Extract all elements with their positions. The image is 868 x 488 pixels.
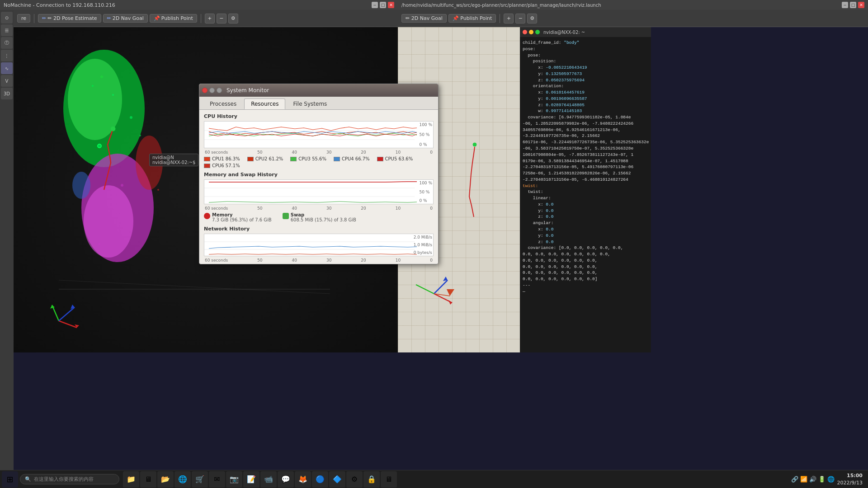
term-line-3: position: — [523, 58, 648, 65]
rviz2-window-controls: − □ ✕ — [842, 2, 864, 8]
term-line-14: 34055769806e-06, 6.92546161671213e-06, — [523, 127, 648, 133]
cpu4-swatch — [334, 157, 340, 161]
map-z-axis — [434, 280, 448, 294]
taskbar-app-firefox[interactable]: 🦊 — [295, 471, 311, 488]
pencil-icon-2: ✏ — [107, 15, 111, 21]
tray-icon-language[interactable]: 🌐 — [827, 476, 835, 483]
term-line-25: linear: — [523, 195, 648, 202]
taskbar-clock[interactable]: 15:00 2022/9/13 — [837, 472, 863, 486]
rviz2-settings[interactable]: ⚙ — [527, 14, 537, 23]
settings-button[interactable]: ⚙ — [228, 14, 238, 23]
tray-icon-battery[interactable]: 🔋 — [818, 476, 826, 483]
mem-time-50: 50 — [257, 206, 262, 211]
rviz2-maximize-button[interactable]: □ — [850, 2, 856, 8]
term-min-btn[interactable] — [529, 30, 533, 34]
taskbar-app-terminal[interactable]: 🖥 — [140, 471, 156, 488]
term-line-22: -2.27040318713156e-05, -6.46881012482726… — [523, 177, 648, 183]
mem-section-title: Memory and Swap History — [204, 172, 434, 178]
taskbar-app-security[interactable]: 🔒 — [363, 471, 380, 488]
tab-resources[interactable]: Resources — [244, 99, 285, 109]
sidebar-icon-0[interactable]: ⊙ — [1, 12, 13, 23]
sidebar-icon-1[interactable]: ☰ — [1, 24, 13, 36]
net-section-title: Network History — [204, 226, 434, 232]
sysmon-close-btn[interactable] — [202, 88, 208, 93]
sidebar-icon-2[interactable]: Ⓣ — [1, 37, 13, 49]
sidebar-icon-6[interactable]: 3D — [1, 88, 13, 99]
swap-text: Swap 608.5 MiB (15.7%) of 3.8 GiB — [291, 212, 356, 222]
taskbar-app-video[interactable]: 📹 — [260, 471, 277, 488]
mem-text: Memory 7.3 GiB (96.3%) of 7.6 GiB — [212, 212, 272, 222]
rviz2-close-button[interactable]: ✕ — [858, 2, 864, 8]
taskbar-app-store[interactable]: 🛒 — [192, 471, 208, 488]
taskbar-app-teams[interactable]: 💬 — [278, 471, 294, 488]
publish-point-button[interactable]: 📌 Publish Point — [150, 14, 197, 23]
taskbar-app-mail[interactable]: ✉ — [209, 471, 225, 488]
mem-time-40: 40 — [292, 206, 297, 211]
taskbar-search[interactable]: 🔍 在这里输入你要搜索的内容 — [20, 474, 119, 484]
rviz2-estimate-button[interactable]: ✏ 2D Nav Goal — [401, 14, 447, 23]
y-arrow — [50, 305, 55, 309]
cpu-label-0: 0 % — [419, 142, 432, 147]
tray-icon-wifi[interactable]: 📶 — [800, 476, 807, 483]
sidebar-icon-4[interactable]: ∿ — [1, 62, 13, 74]
sidebar-icon-5[interactable]: V — [1, 75, 13, 87]
trajectory-line — [104, 129, 113, 190]
taskbar-app-camera[interactable]: 📷 — [226, 471, 242, 488]
zoom-in-button[interactable]: + — [205, 14, 215, 23]
tray-icon-network[interactable]: 🔗 — [791, 476, 798, 483]
term-line-10: z: 0.0289764148805 — [523, 102, 648, 108]
cpu6-label: CPU6 57.1% — [212, 163, 240, 168]
sysmon-min-btn[interactable] — [209, 88, 215, 93]
term-close-btn[interactable] — [523, 30, 527, 34]
sidebar-icon-3[interactable]: ⋮ — [1, 50, 13, 61]
net-time-labels: 60 seconds 50 40 30 20 10 0 — [204, 258, 434, 263]
close-button[interactable]: ✕ — [388, 2, 394, 8]
legend-cpu1: CPU1 86.3% — [204, 156, 240, 161]
terminal-content[interactable]: child_frame_id: "body" pose: pose: posit… — [520, 37, 651, 352]
cpu3-swatch — [290, 157, 297, 161]
rviz2-publish-button[interactable]: 📌 Publish Point — [448, 14, 496, 23]
term-line-5: y: 0.132505977673 — [523, 71, 648, 77]
cpu6-swatch — [204, 164, 210, 168]
cpu-time-labels: 60 seconds 50 40 30 20 10 0 — [204, 150, 434, 155]
rviz2-minimize-button[interactable]: − — [842, 2, 848, 8]
rviz2-zoom-in[interactable]: + — [504, 14, 514, 23]
cpu-time-30: 30 — [326, 150, 331, 155]
term-max-btn[interactable] — [535, 30, 540, 34]
taskbar-app-remote[interactable]: 🖥 — [381, 471, 397, 488]
taskbar-app-edge[interactable]: 🔵 — [312, 471, 328, 488]
cpu-section-title: CPU History — [204, 113, 434, 119]
re-button[interactable]: re — [17, 14, 30, 23]
pose-estimate-button[interactable]: ✏ ✏ 2D Pose Estimate — [38, 14, 101, 23]
net-label-0: 0 bytes/s — [414, 250, 432, 255]
toolbar-sep-2 — [201, 14, 201, 23]
nav-goal-button[interactable]: ✏ 2D Nav Goal — [103, 14, 148, 23]
z-axis — [59, 307, 75, 321]
maximize-button[interactable]: □ — [380, 2, 386, 8]
taskbar-app-vscode[interactable]: 🔷 — [329, 471, 345, 488]
rviz2-estimate-label: ✏ 2D Nav Goal — [406, 15, 443, 21]
float-widget: nvidia@N nvidia@NXX-02:~$ — [149, 154, 198, 166]
tab-filesystems[interactable]: File Systems — [286, 99, 334, 109]
minimize-button[interactable]: − — [372, 2, 378, 8]
taskbar-app-explorer[interactable]: 📁 — [123, 471, 139, 488]
taskbar-app-settings[interactable]: ⚙ — [346, 471, 363, 488]
sysmon-max-btn[interactable] — [217, 88, 222, 93]
zoom-out-button[interactable]: − — [217, 14, 226, 23]
term-line-23: twist: — [523, 183, 648, 189]
tab-processes[interactable]: Processes — [203, 99, 243, 109]
legend-cpu3: CPU3 55.6% — [290, 156, 326, 161]
re-label: re — [21, 15, 26, 21]
term-line-8: x: 0.0610164457619 — [523, 89, 648, 96]
term-line-31: y: 0.0 — [523, 233, 648, 239]
taskbar-app-files[interactable]: 📂 — [157, 471, 174, 488]
tray-icon-volume[interactable]: 🔊 — [809, 476, 816, 483]
mem-time-10: 10 — [396, 206, 401, 211]
mem-time-labels: 60 seconds 50 40 30 20 10 0 — [204, 206, 434, 211]
start-button[interactable]: ⊞ — [2, 471, 18, 488]
rviz2-zoom-out[interactable]: − — [515, 14, 525, 23]
rviz2-path: /home/nvidia/multifunc_ws/src/ego-planne… — [401, 3, 842, 8]
taskbar-app-notes[interactable]: 📝 — [243, 471, 259, 488]
taskbar-app-browser[interactable]: 🌐 — [175, 471, 191, 488]
term-line-32: z: 0.0 — [523, 239, 648, 245]
